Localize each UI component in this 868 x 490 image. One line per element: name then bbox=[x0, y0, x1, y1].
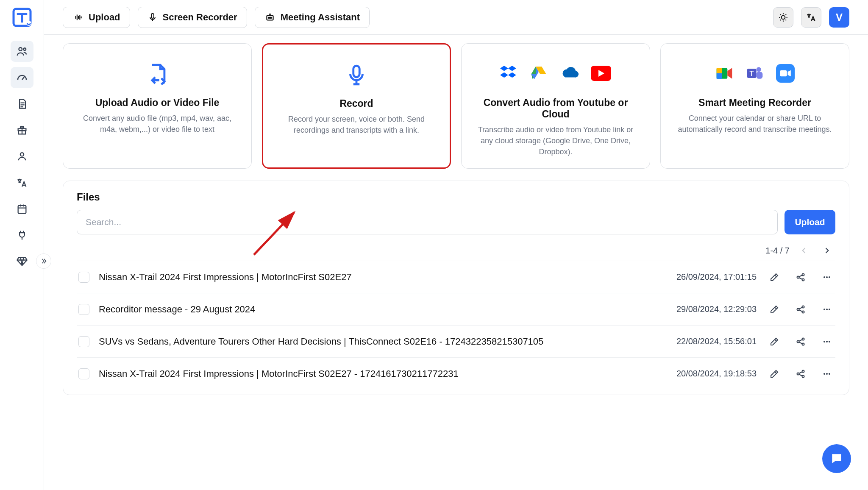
file-share-button[interactable] bbox=[792, 269, 809, 286]
upload-button-label: Upload bbox=[89, 12, 120, 23]
main-column: Upload Screen Recorder Meeting Assistant bbox=[44, 0, 868, 490]
file-edit-button[interactable] bbox=[766, 269, 783, 286]
card-upload-desc: Convert any audio file (mp3, mp4, wav, a… bbox=[75, 113, 239, 135]
file-checkbox[interactable] bbox=[78, 304, 89, 315]
sidebar-item-dashboard[interactable] bbox=[11, 67, 33, 88]
meeting-assistant-button[interactable]: Meeting Assistant bbox=[255, 7, 370, 28]
file-checkbox[interactable] bbox=[78, 336, 89, 347]
file-date: 26/09/2024, 17:01:15 bbox=[646, 272, 757, 282]
google-drive-icon bbox=[530, 64, 548, 84]
diamond-icon bbox=[16, 256, 28, 267]
file-date: 22/08/2024, 15:56:01 bbox=[646, 337, 757, 346]
svg-point-45 bbox=[823, 341, 825, 342]
sidebar-item-translate[interactable] bbox=[11, 172, 33, 193]
svg-point-40 bbox=[826, 309, 828, 310]
calendar-icon bbox=[16, 203, 28, 215]
file-more-button[interactable] bbox=[818, 333, 835, 350]
bot-icon bbox=[264, 12, 275, 23]
file-row[interactable]: Nissan X-Trail 2024 First Impressions | … bbox=[77, 261, 835, 293]
onedrive-icon bbox=[559, 64, 579, 85]
svg-point-3 bbox=[23, 48, 26, 50]
upload-button[interactable]: Upload bbox=[63, 7, 130, 28]
file-more-button[interactable] bbox=[818, 301, 835, 318]
file-share-button[interactable] bbox=[792, 365, 809, 382]
more-horizontal-icon bbox=[822, 337, 832, 347]
card-upload-file[interactable]: Upload Audio or Video File Convert any a… bbox=[63, 43, 252, 169]
files-upload-button-label: Upload bbox=[795, 217, 825, 227]
chevron-right-icon bbox=[823, 246, 831, 255]
waveform-icon bbox=[72, 12, 83, 23]
file-more-button[interactable] bbox=[818, 269, 835, 286]
sidebar-item-integrations[interactable] bbox=[11, 225, 33, 246]
file-row[interactable]: Recorditor message - 29 August 2024 29/0… bbox=[77, 293, 835, 325]
gauge-icon bbox=[16, 71, 28, 84]
chat-fab[interactable] bbox=[822, 444, 851, 473]
file-checkbox[interactable] bbox=[78, 368, 89, 379]
file-title: Nissan X-Trail 2024 First Impressions | … bbox=[99, 272, 637, 283]
files-pager-next[interactable] bbox=[818, 242, 835, 259]
file-share-button[interactable] bbox=[792, 301, 809, 318]
svg-point-33 bbox=[823, 276, 825, 278]
file-edit-button[interactable] bbox=[766, 301, 783, 318]
svg-marker-14 bbox=[531, 67, 536, 74]
translate-icon bbox=[806, 12, 817, 23]
theme-toggle-button[interactable] bbox=[773, 7, 793, 28]
sidebar-item-premium[interactable] bbox=[11, 251, 33, 272]
files-upload-button[interactable]: Upload bbox=[785, 210, 835, 234]
files-pager-prev[interactable] bbox=[796, 242, 812, 259]
user-avatar[interactable]: V bbox=[829, 7, 849, 28]
card-cloud-convert[interactable]: Convert Audio from Youtube or Cloud Tran… bbox=[461, 43, 650, 169]
card-meeting-title: Smart Meeting Recorder bbox=[698, 97, 811, 109]
chat-bubble-icon bbox=[830, 452, 843, 465]
sidebar-item-account[interactable] bbox=[11, 146, 33, 167]
file-edit-button[interactable] bbox=[766, 365, 783, 382]
svg-rect-28 bbox=[780, 70, 787, 77]
app-logo[interactable] bbox=[10, 5, 34, 30]
svg-point-12 bbox=[782, 15, 785, 19]
svg-point-39 bbox=[823, 309, 825, 310]
teams-icon: T bbox=[746, 64, 764, 84]
file-share-button[interactable] bbox=[792, 333, 809, 350]
screen-recorder-button[interactable]: Screen Recorder bbox=[138, 7, 247, 28]
sidebar-item-rewards[interactable] bbox=[11, 120, 33, 141]
document-icon bbox=[16, 98, 28, 110]
share-icon bbox=[796, 272, 806, 282]
svg-point-35 bbox=[829, 276, 830, 278]
file-title: Recorditor message - 29 August 2024 bbox=[99, 304, 637, 315]
svg-rect-21 bbox=[717, 68, 722, 73]
svg-rect-7 bbox=[18, 206, 26, 214]
translate-icon bbox=[16, 177, 28, 189]
meeting-assistant-button-label: Meeting Assistant bbox=[281, 12, 360, 23]
file-more-button[interactable] bbox=[818, 365, 835, 382]
files-search-input[interactable] bbox=[77, 210, 778, 234]
edit-icon bbox=[769, 304, 779, 315]
svg-rect-8 bbox=[151, 14, 154, 18]
files-pager-text: 1-4 / 7 bbox=[765, 246, 790, 256]
card-upload-title: Upload Audio or Video File bbox=[95, 97, 220, 109]
file-edit-button[interactable] bbox=[766, 333, 783, 350]
dropbox-icon bbox=[500, 64, 518, 84]
content-area: Upload Audio or Video File Convert any a… bbox=[44, 35, 868, 395]
file-row[interactable]: SUVs vs Sedans, Adventure Tourers Other … bbox=[77, 325, 835, 357]
sidebar-item-team[interactable] bbox=[11, 41, 33, 62]
people-icon bbox=[16, 45, 28, 58]
svg-point-11 bbox=[270, 17, 271, 18]
file-row[interactable]: Nissan X-Trail 2024 First Impressions | … bbox=[77, 357, 835, 390]
svg-point-10 bbox=[268, 17, 270, 18]
sidebar-item-files[interactable] bbox=[11, 93, 33, 114]
files-search-row: Upload bbox=[77, 210, 835, 234]
sun-icon bbox=[778, 12, 789, 23]
google-meet-icon bbox=[715, 64, 734, 84]
card-record-title: Record bbox=[339, 98, 373, 109]
header: Upload Screen Recorder Meeting Assistant bbox=[44, 0, 868, 35]
card-record[interactable]: Record Record your screen, voice or both… bbox=[262, 43, 451, 169]
sidebar-item-calendar[interactable] bbox=[11, 198, 33, 220]
gift-icon bbox=[16, 124, 28, 136]
card-meeting-recorder[interactable]: T Smart Meeting Recorder Connect your ca… bbox=[660, 43, 849, 169]
file-checkbox[interactable] bbox=[78, 272, 89, 283]
zoom-icon bbox=[776, 64, 795, 84]
language-button[interactable] bbox=[801, 7, 821, 28]
file-title: SUVs vs Sedans, Adventure Tourers Other … bbox=[99, 336, 637, 347]
file-date: 29/08/2024, 12:29:03 bbox=[646, 304, 757, 314]
files-panel: Files Upload 1-4 / 7 Nissan X bbox=[63, 181, 849, 395]
